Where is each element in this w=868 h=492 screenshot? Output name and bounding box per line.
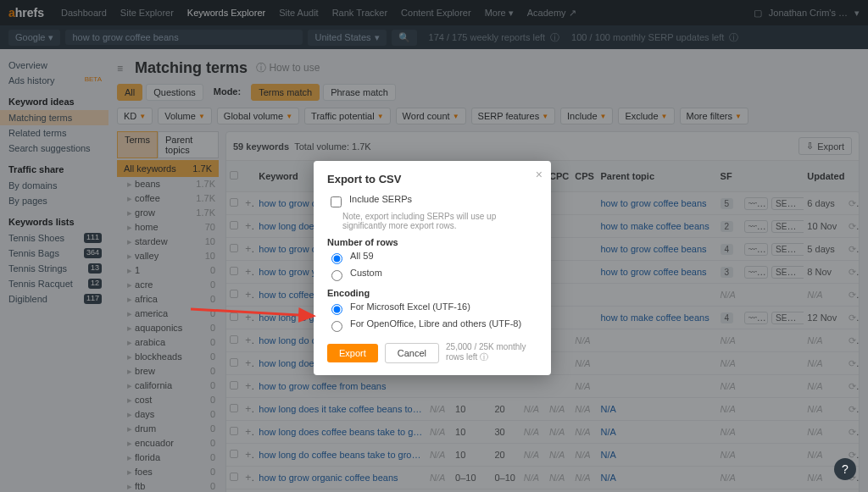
rows-custom-radio[interactable]: Custom bbox=[327, 268, 537, 281]
encoding-label: Encoding bbox=[327, 288, 537, 298]
encoding-excel-radio[interactable]: For Microsoft Excel (UTF-16) bbox=[327, 301, 537, 315]
close-icon[interactable]: × bbox=[536, 168, 542, 181]
modal-cancel-button[interactable]: Cancel bbox=[385, 343, 439, 363]
rows-left-text: 25,000 / 25K monthly rows left ⓘ bbox=[446, 342, 537, 363]
modal-export-button[interactable]: Export bbox=[327, 344, 378, 362]
modal-title: Export to CSV bbox=[327, 173, 537, 185]
rows-all-radio[interactable]: All 59 bbox=[327, 251, 537, 264]
include-serps-note: Note, export including SERPs will use up… bbox=[342, 212, 537, 230]
include-serps-checkbox[interactable]: Include SERPs bbox=[327, 194, 537, 210]
export-csv-modal: × Export to CSV Include SERPs Note, expo… bbox=[314, 161, 551, 375]
encoding-utf8-radio[interactable]: For OpenOffice, Libre and others (UTF-8) bbox=[327, 318, 537, 332]
help-fab[interactable]: ? bbox=[834, 458, 856, 480]
rows-label: Number of rows bbox=[327, 237, 537, 247]
